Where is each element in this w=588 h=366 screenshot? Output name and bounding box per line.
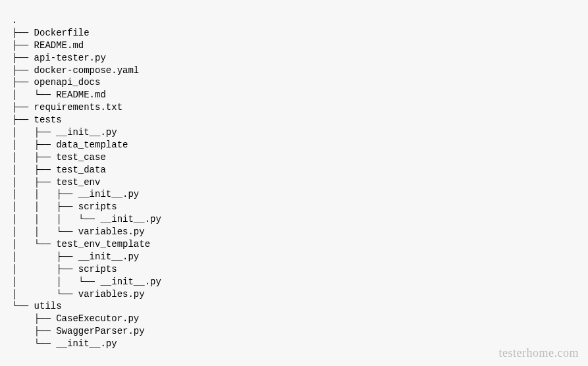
tree-line: │ │ ├── scripts xyxy=(12,201,576,213)
tree-line: ├── SwaggerParser.py xyxy=(12,325,576,338)
tree-line: │ ├── __init__.py xyxy=(12,251,576,263)
tree-line: │ │ ├── __init__.py xyxy=(12,188,576,201)
tree-line: ├── api-tester.py xyxy=(12,52,576,65)
tree-line: ├── requirements.txt xyxy=(12,101,576,114)
tree-line: ├── CaseExecutor.py xyxy=(12,313,576,325)
tree-line: ├── openapi_docs xyxy=(12,76,576,89)
tree-line: ├── Dockerfile xyxy=(12,27,576,39)
tree-line: │ │ └── __init__.py xyxy=(12,276,576,288)
tree-line: │ ├── __init__.py xyxy=(12,126,576,139)
tree-line: └── __init__.py xyxy=(12,338,576,350)
tree-line: └── utils xyxy=(12,300,576,313)
tree-line: │ └── README.md xyxy=(12,89,576,101)
tree-line: │ ├── test_data xyxy=(12,164,576,176)
tree-line: ├── docker-compose.yaml xyxy=(12,65,576,77)
tree-line: │ ├── data_template xyxy=(12,139,576,151)
tree-line: ├── tests xyxy=(12,114,576,126)
tree-line: │ └── test_env_template xyxy=(12,238,576,251)
tree-line: │ ├── test_case xyxy=(12,151,576,164)
tree-line: │ │ └── variables.py xyxy=(12,226,576,238)
directory-tree: .├── Dockerfile├── README.md├── api-test… xyxy=(12,14,576,350)
tree-line: │ ├── test_env xyxy=(12,176,576,189)
tree-line: ├── README.md xyxy=(12,39,576,52)
tree-line: . xyxy=(12,14,576,27)
tree-line: │ ├── scripts xyxy=(12,263,576,276)
tree-line: │ │ │ └── __init__.py xyxy=(12,213,576,226)
tree-line: │ └── variables.py xyxy=(12,288,576,301)
